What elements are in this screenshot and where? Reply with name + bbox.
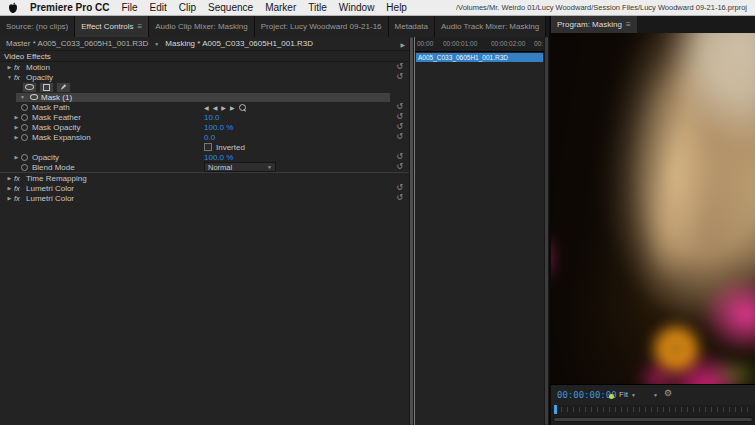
chevron-down-icon[interactable]: ▼	[5, 74, 14, 80]
row-motion[interactable]: ▶ fx Motion ↺	[0, 62, 409, 72]
menu-bar: Premiere Pro CC File Edit Clip Sequence …	[0, 0, 755, 16]
track-mask-forward-one-icon[interactable]: ▶	[230, 104, 235, 111]
row-mask-feather: ▶ Mask Feather 10.0 ↺	[0, 112, 409, 122]
chevron-right-icon[interactable]: ▶	[12, 134, 21, 140]
master-clip-label[interactable]: Master * A005_C033_0605H1_001.R3D	[6, 39, 148, 48]
mask-feather-value[interactable]: 10.0	[204, 113, 220, 122]
tab-audio-clip-mixer[interactable]: Audio Clip Mixer: Masking	[149, 16, 254, 37]
opacity-param-label: Opacity	[32, 153, 59, 162]
chevron-down-icon: ▼	[631, 392, 636, 398]
horizontal-scrollbar[interactable]	[553, 417, 753, 422]
fx-toggle-icon[interactable]: fx	[14, 184, 26, 193]
mini-timeline-ruler[interactable]	[555, 407, 751, 412]
stopwatch-icon[interactable]	[21, 154, 28, 161]
reset-icon[interactable]: ↺	[396, 153, 403, 161]
chevron-right-icon[interactable]: ▶	[5, 64, 14, 70]
apple-icon[interactable]	[8, 2, 18, 14]
reset-icon[interactable]: ↺	[396, 194, 403, 202]
stopwatch-icon[interactable]	[21, 114, 28, 121]
tab-metadata[interactable]: Metadata	[389, 16, 435, 37]
stopwatch-icon[interactable]	[21, 134, 28, 141]
chevron-right-icon[interactable]: ▶	[5, 175, 14, 181]
fx-toggle-icon[interactable]: fx	[14, 63, 26, 72]
row-opacity-effect[interactable]: ▼ fx Opacity ↺	[0, 72, 409, 82]
row-inverted: Inverted	[0, 142, 409, 152]
reset-icon[interactable]: ↺	[396, 103, 403, 111]
timeline-scrollbar[interactable]	[544, 37, 549, 425]
mask-group-bar[interactable]: ▼ Mask (1)	[16, 93, 390, 102]
chevron-right-icon[interactable]: ▶	[5, 185, 14, 191]
ellipse-mask-tool-button[interactable]	[22, 82, 37, 93]
pen-mask-tool-button[interactable]	[56, 82, 71, 93]
blend-mode-dropdown[interactable]: Normal ▼	[204, 162, 276, 172]
reset-icon[interactable]: ↺	[396, 123, 403, 131]
menu-help[interactable]: Help	[386, 2, 407, 13]
tab-audio-track-mixer[interactable]: Audio Track Mixer: Masking	[435, 16, 546, 37]
ruler-label: 00:00:01:00	[443, 40, 477, 47]
chevron-right-icon[interactable]: ▶	[12, 124, 21, 130]
chevron-right-icon[interactable]: ▶	[12, 114, 21, 120]
mask-opacity-value[interactable]: 100.0 %	[204, 123, 233, 132]
tab-program[interactable]: Program: Masking ≡	[551, 16, 637, 33]
inverted-checkbox[interactable]	[204, 143, 212, 151]
menu-edit[interactable]: Edit	[150, 2, 167, 13]
timeline-ruler[interactable]: 00:00 00:00:01:00 00:00:02:00 00:	[415, 37, 544, 52]
reset-icon[interactable]: ↺	[396, 163, 403, 171]
effect-controls-timeline: 00:00 00:00:01:00 00:00:02:00 00: A005_C…	[414, 37, 544, 425]
panel-menu-icon[interactable]: ≡	[138, 22, 143, 31]
chevron-down-icon[interactable]: ▼	[18, 94, 27, 100]
chevron-right-icon[interactable]: ▶	[12, 154, 21, 160]
stopwatch-icon[interactable]	[21, 104, 28, 111]
current-timecode[interactable]: 00:00:00:00	[557, 390, 617, 400]
zoom-level-dropdown[interactable]: Fit ▼	[619, 390, 636, 399]
tab-project[interactable]: Project: Lucy Woodward 09-21-16	[255, 16, 389, 37]
fx-toggle-icon[interactable]: fx	[14, 194, 26, 203]
blend-mode-label: Blend Mode	[32, 163, 75, 172]
reset-icon[interactable]: ↺	[396, 133, 403, 141]
tab-audio-track-mixer-label: Audio Track Mixer: Masking	[441, 22, 539, 31]
menu-sequence[interactable]: Sequence	[208, 2, 253, 13]
stopwatch-icon[interactable]	[21, 124, 28, 131]
menu-window[interactable]: Window	[339, 2, 375, 13]
selected-clip-bar[interactable]: A005_C033_0605H1_001.R3D	[416, 53, 543, 62]
tab-effect-controls[interactable]: Effect Controls ≡	[75, 16, 149, 37]
mask-shape-icon	[30, 94, 38, 100]
effect-rows: Video Effects ▶ fx Motion ↺ ▼ fx Opacity…	[0, 51, 409, 203]
fx-toggle-icon[interactable]: fx	[14, 174, 26, 183]
reset-icon[interactable]: ↺	[396, 63, 403, 71]
panel-menu-icon[interactable]: ≡	[626, 20, 631, 29]
row-lumetri-color-1[interactable]: ▶ fx Lumetri Color ↺	[0, 183, 409, 193]
tab-source[interactable]: Source: (no clips)	[0, 16, 75, 37]
timeline-view-toggle-icon[interactable]: ▶	[400, 41, 405, 48]
settings-icon[interactable]: ⚙	[664, 388, 672, 398]
sequence-clip-label[interactable]: Masking * A005_C033_0605H1_001.R3D	[165, 39, 313, 48]
mask-expansion-value[interactable]: 0.0	[204, 133, 215, 142]
chevron-right-icon[interactable]: ▶	[5, 195, 14, 201]
menu-clip[interactable]: Clip	[179, 2, 196, 13]
resolution-dropdown-icon[interactable]: ▼	[653, 392, 658, 398]
menu-file[interactable]: File	[121, 2, 137, 13]
mask-path-label: Mask Path	[32, 103, 70, 112]
fx-toggle-icon[interactable]: fx	[14, 73, 26, 82]
opacity-param-value[interactable]: 100.0 %	[204, 153, 233, 162]
reset-icon[interactable]: ↺	[396, 113, 403, 121]
stopwatch-icon[interactable]	[21, 164, 28, 171]
mask-opacity-label: Mask Opacity	[32, 123, 80, 132]
track-mask-back-one-icon[interactable]: ◀	[204, 104, 209, 111]
lumetri-color-1-label: Lumetri Color	[26, 184, 74, 193]
row-time-remapping[interactable]: ▶ fx Time Remapping	[0, 172, 409, 183]
effect-controls-panel: Master * A005_C033_0605H1_001.R3D ▼ Mask…	[0, 37, 549, 425]
left-panel-group: Source: (no clips) Effect Controls ≡ Aud…	[0, 16, 549, 425]
menu-marker[interactable]: Marker	[265, 2, 296, 13]
track-mask-backward-icon[interactable]: ◀	[213, 104, 218, 111]
mask-tracking-method-icon[interactable]	[239, 104, 246, 111]
app-menu[interactable]: Premiere Pro CC	[30, 2, 109, 13]
rectangle-mask-tool-button[interactable]	[39, 82, 54, 93]
reset-icon[interactable]: ↺	[396, 73, 403, 81]
chevron-down-icon[interactable]: ▼	[154, 41, 159, 47]
row-lumetri-color-2[interactable]: ▶ fx Lumetri Color ↺	[0, 193, 409, 203]
track-mask-forward-icon[interactable]: ▶	[221, 104, 226, 111]
playhead-marker[interactable]	[554, 405, 557, 414]
menu-title[interactable]: Title	[308, 2, 327, 13]
reset-icon[interactable]: ↺	[396, 184, 403, 192]
